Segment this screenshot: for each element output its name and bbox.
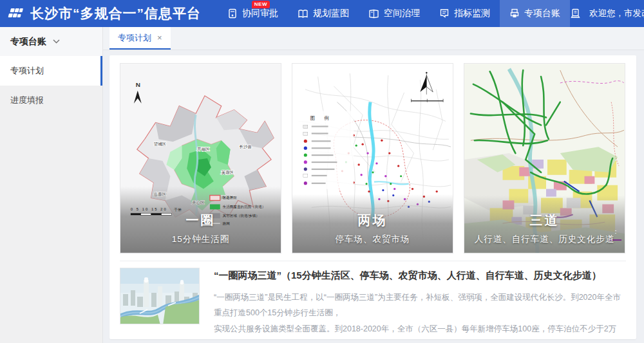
three-paths-map-image: ： [464, 64, 625, 253]
svg-text:0 5 10 15 20: 0 5 10 15 20 [131, 207, 167, 211]
content-area: 专项计划 × [103, 27, 644, 343]
north-label: N [136, 81, 140, 88]
nav-label: 协同审批 [242, 8, 278, 19]
sidebar-item-progress-report[interactable]: 进度填报 [0, 86, 102, 115]
nav-label: 规划蓝图 [313, 8, 349, 19]
welcome-text: 欢迎您，市发改委窗口 [589, 8, 644, 19]
tab-bar: 专项计划 × [103, 27, 644, 50]
article-text-line2: 实现公共服务设施类型全面覆盖。到2018-2020年，全市（六区一县）每年新增停… [214, 321, 626, 339]
article-item: “一圈两场三道”（15分钟生活区、停车场、农贸市场、人行道、自行车道、历史文化步… [120, 268, 626, 339]
district-label: 芙蓉区 [221, 170, 234, 175]
sidebar: 专项台账 专项计划 进度填报 [0, 27, 103, 343]
nav-label: 空间治理 [384, 8, 420, 19]
governance-icon [368, 9, 379, 19]
map-card-three-paths[interactable]: ： 三道 人行道、自行车道、历史文化步道 [464, 63, 625, 254]
article-title[interactable]: “一圈两场三道”（15分钟生活区、停车场、农贸市场、人行道、自行车道、历史文化步… [214, 270, 626, 282]
main-nav: 协同审批 NEW 规划蓝图 空间治理 指标监测 [218, 0, 570, 27]
map-card-life-circle[interactable]: N 望城区 长沙县 开福区 芙蓉区 天心区 雨花区 [120, 63, 281, 254]
nav-label: 专项台账 [524, 8, 560, 19]
nav-item-approval[interactable]: 协同审批 NEW [218, 0, 288, 27]
two-markets-map-image: 图 例 [292, 64, 453, 253]
sidebar-group-label: 专项台账 [10, 36, 46, 48]
sidebar-item-special-plan[interactable]: 专项计划 [0, 56, 102, 86]
nav-item-blueprint[interactable]: 规划蓝图 [288, 0, 359, 27]
tab-close-icon[interactable]: × [157, 33, 162, 42]
page-title: 长沙市“多规合一”信息平台 [30, 5, 201, 23]
tab-special-plan[interactable]: 专项计划 × [109, 27, 171, 50]
chevron-down-icon [53, 39, 60, 44]
svg-text:生活圈覆盖的范围（街道）: 生活圈覆盖的范围（街道） [222, 205, 266, 209]
approval-icon [227, 8, 238, 19]
sidebar-item-label: 进度填报 [10, 95, 44, 106]
district-label: 开福区 [197, 147, 210, 152]
platform-logo-icon [6, 6, 24, 21]
tab-label: 专项计划 [118, 32, 151, 44]
user-area: 欢迎您，市发改委窗口 [570, 8, 644, 19]
district-label: 望城区 [154, 142, 167, 146]
sidebar-group-ledger[interactable]: 专项台账 [0, 27, 102, 56]
article-text-line1: “一圈两场三道”是民生工程，以“一圈两场三道”为主要任务，补短板、强弱项，全面建… [214, 290, 626, 321]
content-scroll: N 望城区 长沙县 开福区 芙蓉区 天心区 雨花区 [103, 50, 644, 343]
nav-item-monitor[interactable]: 指标监测 [430, 0, 500, 27]
article-body: “一圈两场三道”（15分钟生活区、停车场、农贸市场、人行道、自行车道、历史文化步… [214, 268, 626, 339]
app-window: 长沙市“多规合一”信息平台 协同审批 NEW 规划蓝图 空间治理 [0, 0, 644, 343]
section-divider [120, 261, 626, 261]
top-navigation-bar: 长沙市“多规合一”信息平台 协同审批 NEW 规划蓝图 空间治理 [0, 0, 644, 27]
svg-text:区县界限: 区县界限 [223, 196, 238, 199]
ledger-icon [509, 8, 520, 19]
life-circle-map-image: N 望城区 长沙县 开福区 芙蓉区 天心区 雨花区 [120, 64, 281, 253]
sidebar-item-label: 专项计划 [10, 65, 44, 77]
monitor-icon [439, 8, 450, 19]
article-thumbnail [120, 268, 200, 324]
svg-text:：: ： [612, 228, 619, 235]
map-legend: 图 例 [299, 111, 354, 189]
map-card-row: N 望城区 长沙县 开福区 芙蓉区 天心区 雨花区 [120, 63, 626, 254]
new-badge: NEW [252, 1, 270, 8]
nav-item-governance[interactable]: 空间治理 [359, 0, 430, 27]
main-panel: N 望城区 长沙县 开福区 芙蓉区 天心区 雨花区 [109, 55, 636, 339]
user-doc-icon [570, 8, 581, 19]
svg-text:千米: 千米 [173, 208, 182, 212]
nav-item-ledger[interactable]: 专项台账 [500, 0, 570, 27]
svg-text:图 例: 图 例 [310, 115, 333, 121]
svg-text:路网: 路网 [223, 221, 230, 226]
district-label: 长沙县 [240, 144, 252, 149]
blueprint-icon [298, 9, 308, 19]
map-card-two-markets[interactable]: 图 例 [292, 63, 453, 254]
nav-label: 指标监测 [454, 8, 490, 19]
svg-text:其它区域（街道/乡镇）: 其它区域（街道/乡镇） [223, 214, 260, 218]
city-render-image [120, 268, 200, 324]
brand: 长沙市“多规合一”信息平台 [6, 5, 201, 23]
